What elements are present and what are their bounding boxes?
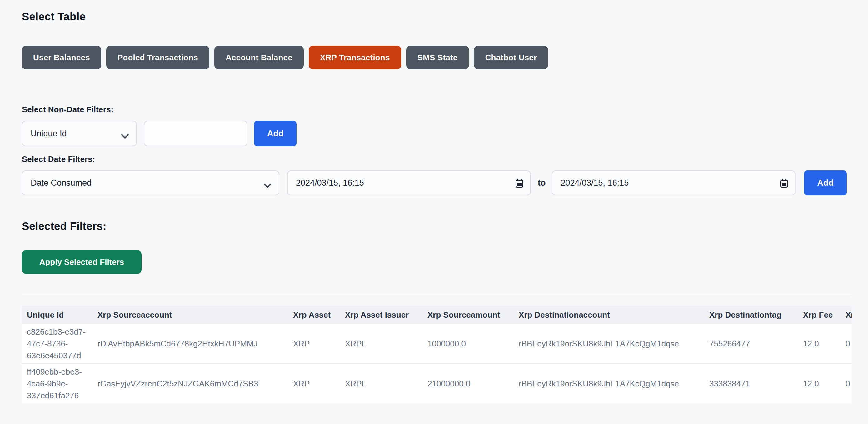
cell-xrp-asset-issuer: XRPL (340, 364, 423, 403)
table-header-row: Unique Id Xrp Sourceaccount Xrp Asset Xr… (22, 306, 852, 324)
non-date-add-button[interactable]: Add (254, 121, 297, 146)
non-date-field-select[interactable]: Unique Id (22, 121, 137, 146)
non-date-filters-label: Select Non-Date Filters: (22, 105, 852, 114)
column-header-xrp-destinationtag: Xrp Destinationtag (704, 306, 798, 324)
cell-xrp-destinationtag: 333838471 (704, 364, 798, 403)
tab-user-balances[interactable]: User Balances (22, 46, 101, 69)
selected-filters-heading: Selected Filters: (22, 219, 852, 233)
column-header-xrp-sourceamount: Xrp Sourceamount (423, 306, 514, 324)
page-title: Select Table (22, 10, 852, 23)
column-header-clipped: Xr (840, 306, 852, 324)
to-date-input[interactable] (552, 170, 796, 195)
cell-xrp-asset-issuer: XRPL (340, 324, 423, 364)
cell-xrp-destinationaccount: rBBFeyRk19orSKU8k9JhF1A7KcQgM1dqse (514, 324, 704, 364)
cell-clipped: 0 (840, 324, 852, 364)
chevron-down-icon (264, 181, 271, 191)
calendar-icon[interactable] (780, 178, 788, 188)
column-header-unique-id: Unique Id (22, 306, 92, 324)
non-date-filter-value-input[interactable] (144, 121, 247, 146)
cell-xrp-destinationtag: 755266477 (704, 324, 798, 364)
table-top-divider (22, 295, 852, 295)
cell-xrp-destinationaccount: rBBFeyRk19orSKU8k9JhF1A7KcQgM1dqse (514, 364, 704, 403)
column-header-xrp-destinationaccount: Xrp Destinationaccount (514, 306, 704, 324)
table-row: c826c1b3-e3d7-47c7-8736-63e6e450377d rDi… (22, 324, 852, 364)
tab-sms-state[interactable]: SMS State (406, 46, 469, 69)
tab-pooled-transactions[interactable]: Pooled Transactions (106, 46, 209, 69)
results-table-container: Unique Id Xrp Sourceaccount Xrp Asset Xr… (22, 306, 852, 403)
column-header-xrp-asset-issuer: Xrp Asset Issuer (340, 306, 423, 324)
table-row: ff409ebb-ebe3-4ca6-9b9e-337ed61fa276 rGa… (22, 364, 852, 403)
from-date-input[interactable] (287, 170, 531, 195)
calendar-icon[interactable] (516, 178, 523, 188)
column-header-xrp-sourceaccount: Xrp Sourceaccount (92, 306, 288, 324)
cell-xrp-fee: 12.0 (798, 364, 840, 403)
apply-selected-filters-button[interactable]: Apply Selected Filters (22, 250, 142, 274)
date-field-select-value: Date Consumed (31, 178, 92, 188)
cell-xrp-fee: 12.0 (798, 324, 840, 364)
tab-chatbot-user[interactable]: Chatbot User (474, 46, 548, 69)
non-date-field-select-value: Unique Id (31, 129, 67, 139)
cell-xrp-asset: XRP (288, 324, 340, 364)
cell-unique-id: c826c1b3-e3d7-47c7-8736-63e6e450377d (22, 324, 92, 364)
chevron-down-icon (121, 131, 129, 141)
date-filters-label: Select Date Filters: (22, 154, 852, 164)
to-date-wrapper (552, 170, 796, 195)
from-date-wrapper (287, 170, 531, 195)
column-header-xrp-asset: Xrp Asset (288, 306, 340, 324)
table-selector-tabs: User Balances Pooled Transactions Accoun… (22, 46, 852, 69)
tab-xrp-transactions[interactable]: XRP Transactions (309, 46, 401, 69)
cell-xrp-sourceaccount: rGasEyjvVZzrenC2t5zNJZGAK6mMCd7SB3 (92, 364, 288, 403)
cell-xrp-sourceamount: 1000000.0 (423, 324, 514, 364)
cell-unique-id: ff409ebb-ebe3-4ca6-9b9e-337ed61fa276 (22, 364, 92, 403)
to-label: to (538, 178, 546, 188)
cell-xrp-sourceamount: 21000000.0 (423, 364, 514, 403)
results-table: Unique Id Xrp Sourceaccount Xrp Asset Xr… (22, 306, 852, 403)
cell-clipped: 0 (840, 364, 852, 403)
cell-xrp-sourceaccount: rDiAvHtbpABk5mCd6778kg2HtxkH7UPMMJ (92, 324, 288, 364)
non-date-filters-row: Unique Id Add (22, 121, 852, 146)
cell-xrp-asset: XRP (288, 364, 340, 403)
date-field-select[interactable]: Date Consumed (22, 170, 279, 195)
page: Select Table User Balances Pooled Transa… (0, 0, 868, 403)
date-filters-row: Date Consumed to Add (22, 170, 852, 195)
tab-account-balance[interactable]: Account Balance (214, 46, 304, 69)
date-add-button[interactable]: Add (804, 170, 846, 195)
column-header-xrp-fee: Xrp Fee (798, 306, 840, 324)
